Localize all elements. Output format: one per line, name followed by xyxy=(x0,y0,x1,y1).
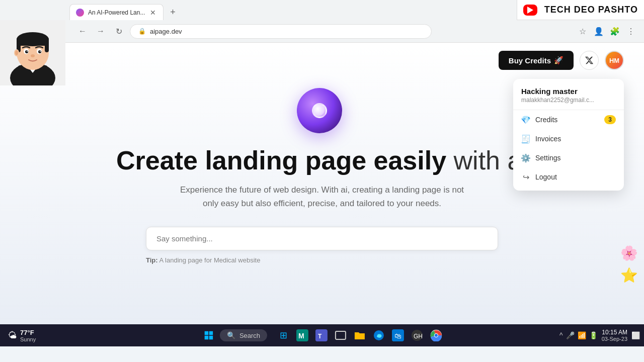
avatar-overlay xyxy=(0,20,65,85)
twitter-button[interactable] xyxy=(580,51,599,70)
credits-badge: 3 xyxy=(604,115,616,124)
float-icon-1: 🌸 xyxy=(620,244,638,262)
address-bar-row: ← → ↻ 🔒 aipage.dev ☆ 👤 🧩 ⋮ xyxy=(0,20,644,42)
svg-rect-22 xyxy=(209,336,213,340)
windows-logo xyxy=(204,331,213,340)
dropdown-invoices-left: 🧾 Invoices xyxy=(521,134,561,143)
tab-close-btn[interactable]: ✕ xyxy=(149,8,157,18)
svg-rect-9 xyxy=(45,41,49,52)
svg-point-18 xyxy=(15,50,18,55)
clock-time: 10:15 AM xyxy=(602,329,627,336)
hero-title-bold: Create landing page easily xyxy=(116,146,446,175)
yt-logo xyxy=(523,5,537,16)
explorer-icon[interactable] xyxy=(352,327,368,343)
weather-temp: 77°F xyxy=(20,329,36,336)
twitter-icon xyxy=(585,56,594,65)
lock-icon: 🔒 xyxy=(138,28,146,35)
taskview-btn[interactable]: ⊞ xyxy=(275,327,291,343)
back-btn[interactable]: ← xyxy=(75,24,90,38)
dropdown-logout-item[interactable]: ↪ Logout xyxy=(513,167,624,187)
tablet-icon[interactable] xyxy=(333,327,349,343)
svg-rect-27 xyxy=(336,331,346,339)
svg-point-12 xyxy=(25,50,28,53)
svg-point-35 xyxy=(435,334,438,337)
github-icon[interactable]: GH xyxy=(409,327,425,343)
user-dropdown: Hacking master malakkhan2252@gmail.c... … xyxy=(513,79,624,191)
svg-point-14 xyxy=(27,51,28,52)
dropdown-email: malakkhan2252@gmail.c... xyxy=(521,97,616,104)
reload-btn[interactable]: ↻ xyxy=(112,24,126,38)
taskbar-search[interactable]: 🔍 Search xyxy=(220,329,267,341)
tab-search-icon[interactable]: ⋮ xyxy=(624,24,638,38)
tip-label: Tip: xyxy=(146,256,158,264)
yt-channel-name: TECH DEO PASHTO xyxy=(544,5,638,15)
search-bar-label: Search xyxy=(239,332,260,339)
address-bar[interactable]: 🔒 aipage.dev xyxy=(130,24,432,39)
url-text: aipage.dev xyxy=(150,28,182,35)
teams-icon[interactable]: T xyxy=(313,327,330,343)
weather-icon: 🌤 xyxy=(8,330,17,341)
taskbar-apps: ⊞ M T 🛍 GH xyxy=(275,327,444,343)
start-button[interactable] xyxy=(200,326,218,344)
tip-content: A landing page for Medical website xyxy=(158,256,261,264)
navbar: aipage Buy Credits 🚀 HM xyxy=(0,43,644,78)
svg-text:🛍: 🛍 xyxy=(394,332,401,340)
yt-overlay: TECH DEO PASHTO xyxy=(517,0,644,20)
chevron-up-icon[interactable]: ^ xyxy=(559,331,563,339)
forward-btn[interactable]: → xyxy=(94,24,108,38)
yt-play-icon xyxy=(527,7,533,14)
wifi-icon[interactable]: 📶 xyxy=(578,331,586,339)
mic-icon[interactable]: 🎤 xyxy=(566,331,575,339)
battery-icon[interactable]: 🔋 xyxy=(589,331,598,339)
logout-icon: ↪ xyxy=(521,172,530,182)
weather-widget: 🌤 77°F Sunny xyxy=(4,327,40,344)
taskbar-right: ^ 🎤 📶 🔋 10:15 AM 03-Sep-23 ⬜ xyxy=(559,329,640,342)
dropdown-invoices-item[interactable]: 🧾 Invoices xyxy=(513,129,624,148)
dropdown-credits-item[interactable]: 💎 Credits 3 xyxy=(513,110,624,129)
navbar-right: Buy Credits 🚀 HM xyxy=(499,51,624,70)
dropdown-credits-left: 💎 Credits xyxy=(521,115,557,124)
new-tab-btn[interactable]: + xyxy=(166,5,180,19)
clock-date: 03-Sep-23 xyxy=(602,336,627,342)
invoices-label: Invoices xyxy=(535,135,561,143)
svg-point-13 xyxy=(38,50,41,53)
credits-label: Credits xyxy=(535,116,557,124)
search-magnifier-icon: 🔍 xyxy=(227,331,235,339)
hero-logo xyxy=(297,88,347,138)
rocket-icon: 🚀 xyxy=(554,56,564,65)
browser-chrome: An AI-Powered Lan... ✕ + TECH DEO PASHTO… xyxy=(0,0,644,43)
dropdown-username: Hacking master xyxy=(521,87,616,96)
svg-point-16 xyxy=(31,54,35,57)
svg-rect-21 xyxy=(205,336,209,340)
chrome-taskbar-icon[interactable] xyxy=(428,327,444,343)
hero-title: Create landing page easily with ai xyxy=(116,146,528,175)
settings-label: Settings xyxy=(535,154,561,162)
notification-icon[interactable]: ⬜ xyxy=(631,331,640,339)
dropdown-settings-item[interactable]: ⚙️ Settings xyxy=(513,148,624,167)
buy-credits-label: Buy Credits xyxy=(509,56,551,65)
extensions-icon[interactable]: 🧩 xyxy=(608,24,622,38)
invoice-icon: 🧾 xyxy=(521,134,530,143)
clock: 10:15 AM 03-Sep-23 xyxy=(602,329,627,342)
svg-rect-20 xyxy=(209,331,213,335)
logout-label: Logout xyxy=(535,173,557,181)
cartoon-avatar xyxy=(0,20,65,85)
dropdown-logout-left: ↪ Logout xyxy=(521,172,557,182)
dropdown-settings-left: ⚙️ Settings xyxy=(521,153,561,162)
tab-favicon xyxy=(76,9,84,17)
edge-icon[interactable] xyxy=(371,327,387,343)
buy-credits-button[interactable]: Buy Credits 🚀 xyxy=(499,51,574,70)
prompt-input[interactable] xyxy=(146,227,498,250)
store-icon[interactable]: 🛍 xyxy=(390,327,406,343)
svg-rect-7 xyxy=(17,38,49,46)
logo-sphere xyxy=(297,88,342,133)
svg-point-15 xyxy=(40,51,41,52)
floating-icons: 🌸 ⭐ xyxy=(620,244,638,284)
bookmark-icon[interactable]: ☆ xyxy=(576,24,590,38)
taskbar: 🌤 77°F Sunny 🔍 Search ⊞ M T xyxy=(0,324,644,346)
active-tab[interactable]: An AI-Powered Lan... ✕ xyxy=(69,4,164,20)
profile-icon[interactable]: 👤 xyxy=(592,24,606,38)
user-avatar-button[interactable]: HM xyxy=(605,51,624,70)
svg-text:GH: GH xyxy=(414,333,423,340)
meet-icon[interactable]: M xyxy=(294,327,310,343)
